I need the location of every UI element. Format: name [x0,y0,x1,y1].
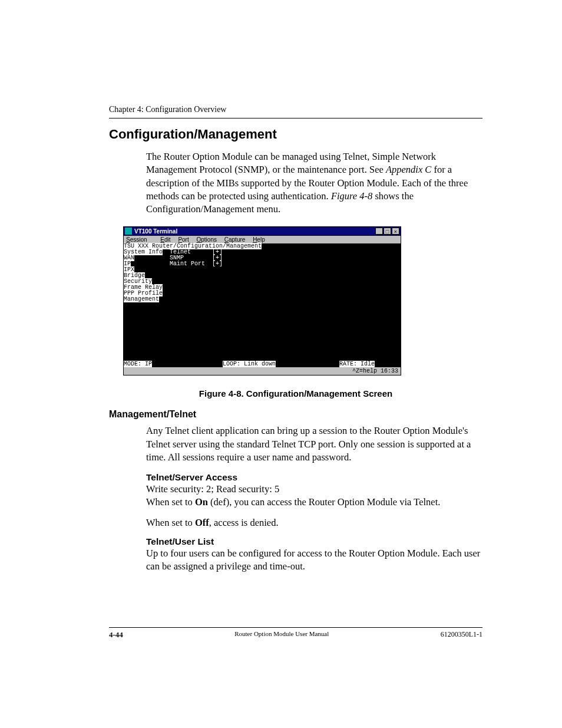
menu-capture[interactable]: Capture [224,236,246,243]
window-title: VT100 Terminal [134,228,177,235]
page-number: 4-44 [109,630,123,640]
figure-caption: Figure 4-8. Configuration/Management Scr… [109,388,482,398]
terminal-body: TSU XXX Router/Configuration/Management … [123,243,401,367]
sa-off-bold: Off [195,517,209,528]
paragraph-user-list: Up to four users can be configured for a… [146,547,482,574]
maximize-button[interactable]: □ [384,228,391,235]
menu-options[interactable]: Options [197,236,217,243]
right-menu-maint-port[interactable]: Maint Port [170,261,205,267]
terminal-status-line: MODE: IP LOOP: Link down RATE: Idle [124,361,401,367]
header-divider [109,118,482,118]
left-menu-management[interactable]: Management [124,296,159,302]
right-menu-maint-port-val: [+] [212,261,223,267]
section-heading-config-management: Configuration/Management [109,127,482,142]
intro-italic-figure: Figure 4-8 [331,190,372,202]
vt100-terminal-window: VT100 Terminal _ □ × Session Edit Port O… [123,226,401,375]
window-controls: _ □ × [375,228,399,235]
heading-telnet-user-list: Telnet/User List [146,536,482,547]
footer-docnum: 61200350L1-1 [441,630,482,640]
terminal-app-icon [125,228,132,235]
sa-on-post: (def), you can access the Router Option … [208,496,440,508]
footer-title: Router Option Module User Manual [234,630,329,640]
heading-management-telnet: Management/Telnet [109,409,482,420]
menu-edit[interactable]: Edit [160,236,170,243]
manual-page: Chapter 4: Configuration Overview Config… [0,0,562,728]
status-mode: MODE: IP [124,361,152,367]
sa-on-bold: On [195,496,208,508]
status-rate: RATE: Idle [339,361,375,367]
window-titlebar: VT100 Terminal _ □ × [123,226,401,236]
titlebar-left: VT100 Terminal [125,228,177,235]
intro-italic-appendix: Appendix C [386,164,431,175]
figure-wrapper: VT100 Terminal _ □ × Session Edit Port O… [123,226,482,375]
intro-paragraph: The Router Option Module can be managed … [146,150,482,216]
menu-help[interactable]: Help [253,236,265,243]
sa-off-post: , access is denied. [209,517,279,528]
paragraph-server-access-on: When set to On (def), you can access the… [146,496,482,509]
close-button[interactable]: × [392,228,399,235]
paragraph-server-access-security: Write security: 2; Read security: 5 [146,483,482,496]
chapter-header: Chapter 4: Configuration Overview [109,105,482,114]
page-footer: 4-44 Router Option Module User Manual 61… [109,627,482,640]
sa-off-pre: When set to [146,517,195,528]
sa-on-pre: When set to [146,496,195,508]
paragraph-server-access-off: When set to Off, access is denied. [146,516,482,529]
minimize-button[interactable]: _ [375,228,383,235]
heading-telnet-server-access: Telnet/Server Access [146,472,482,483]
paragraph-management-telnet: Any Telnet client application can bring … [146,424,482,464]
window-statusbar: ^Z=help 16:33 [123,367,401,375]
status-loop: LOOP: Link down [223,361,276,367]
menu-port[interactable]: Port [178,236,189,243]
menu-session[interactable]: Session [126,236,153,243]
